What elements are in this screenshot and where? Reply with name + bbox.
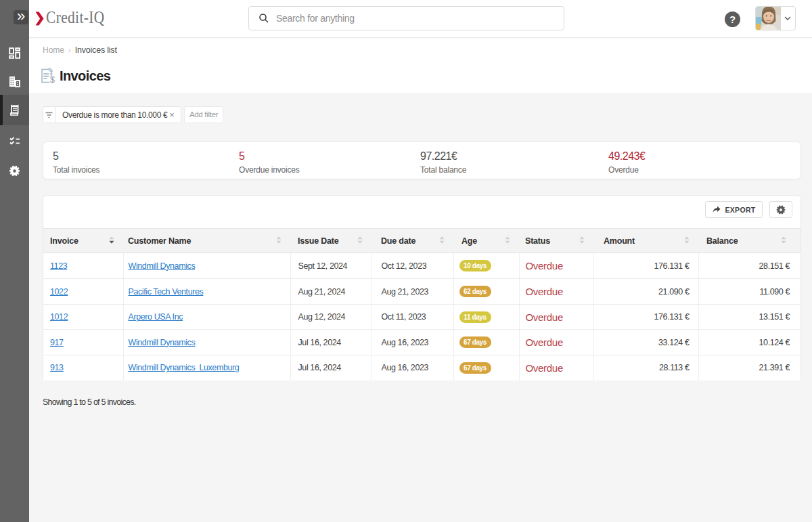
svg-text:$: $	[50, 75, 55, 84]
